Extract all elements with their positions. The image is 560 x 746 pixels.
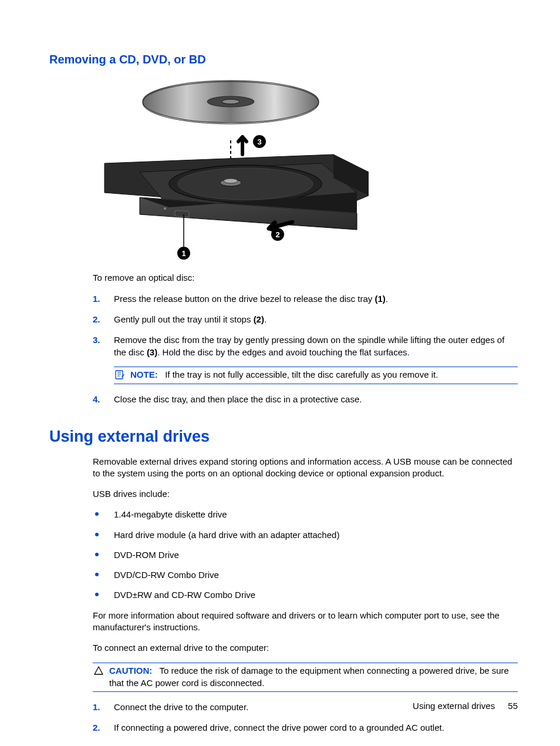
footer-title: Using external drives	[413, 701, 495, 711]
note-icon	[114, 369, 126, 381]
caution-icon	[93, 665, 104, 677]
list-item: 1.44-megabyte diskette drive	[93, 509, 518, 520]
step-1: Press the release button on the drive be…	[93, 293, 518, 305]
external-para1: Removable external drives expand storing…	[93, 456, 518, 480]
svg-point-3	[222, 99, 239, 104]
step-3: Remove the disc from the tray by gently …	[93, 334, 518, 384]
page-footer: Using external drives 55	[413, 701, 518, 711]
svg-text:2: 2	[275, 230, 279, 239]
svg-point-10	[224, 179, 238, 183]
external-para3: For more information about required soft…	[93, 610, 518, 634]
list-item: DVD/CD-RW Combo Drive	[93, 569, 518, 581]
external-para4: To connect an external drive to the comp…	[93, 642, 518, 654]
svg-text:1: 1	[181, 249, 185, 258]
svg-rect-18	[116, 371, 123, 379]
external-para2: USB drives include:	[93, 488, 518, 500]
caution-text: To reduce the risk of damage to the equi…	[109, 666, 509, 687]
section-heading-removing: Removing a CD, DVD, or BD	[49, 53, 518, 66]
svg-text:3: 3	[257, 137, 261, 146]
note-text: If the tray is not fully accessible, til…	[165, 369, 438, 379]
page-number: 55	[508, 701, 518, 711]
section-heading-external: Using external drives	[49, 428, 518, 446]
svg-point-12	[164, 207, 166, 210]
intro-text: To remove an optical disc:	[93, 272, 518, 284]
removal-steps: Press the release button on the drive be…	[93, 293, 518, 405]
note-label: NOTE:	[130, 369, 158, 379]
list-item: DVD-ROM Drive	[93, 549, 518, 561]
svg-rect-11	[175, 210, 189, 217]
svg-point-8	[178, 168, 313, 200]
step-4: Close the disc tray, and then place the …	[93, 393, 518, 405]
list-item: DVD±RW and CD-RW Combo Drive	[93, 589, 518, 601]
note-box: NOTE: If the tray is not fully accessibl…	[114, 367, 518, 384]
usb-drives-list: 1.44-megabyte diskette drive Hard drive …	[93, 509, 518, 601]
list-item: Hard drive module (a hard drive with an …	[93, 529, 518, 541]
caution-label: CAUTION:	[109, 666, 152, 676]
step-2: Gently pull out the tray until it stops …	[93, 313, 518, 325]
optical-drive-illustration: 3 2 1	[93, 78, 369, 260]
caution-box: CAUTION: To reduce the risk of damage to…	[93, 663, 518, 692]
connect-step-2: If connecting a powered drive, connect t…	[93, 721, 518, 734]
